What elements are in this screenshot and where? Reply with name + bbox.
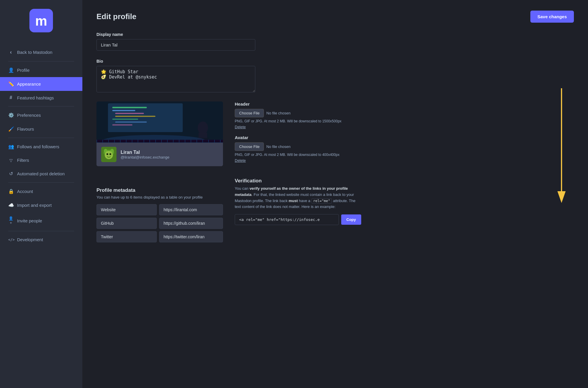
yellow-arrow-annotation [553, 88, 570, 207]
sidebar-item-auto-delete-label: Automated post deletion [17, 171, 65, 176]
svg-point-21 [105, 151, 113, 159]
avatar-image [101, 147, 116, 162]
sidebar-item-filters[interactable]: ▽ Filters [0, 154, 82, 167]
verify-bold-1: verify yourself as the owner of the link… [235, 186, 348, 197]
metadata-row-github [96, 218, 223, 229]
appearance-icon: ✏️ [8, 81, 14, 87]
display-name-input[interactable] [96, 39, 255, 51]
sidebar-item-back[interactable]: ‹ Back to Mastodon [0, 45, 82, 59]
bio-section: Bio 🌟 GitHub Star 🥑 DevRel at @snyksec [96, 59, 574, 93]
sidebar-nav: ‹ Back to Mastodon 👤 Profile ✏️ Appearan… [0, 45, 82, 246]
nav-divider-5 [8, 231, 74, 231]
sidebar-item-preferences-label: Preferences [17, 113, 41, 118]
avatar-delete-link[interactable]: Delete [235, 158, 246, 163]
auto-delete-icon: ↺ [8, 171, 14, 176]
verification-code-box: <a rel="me" href="https://infosec.e [235, 214, 339, 225]
header-choose-file-button[interactable]: Choose File [235, 109, 264, 117]
avatar-upload-section: Avatar Choose File No file chosen PNG, G… [235, 135, 361, 163]
profile-text: Liran Tal @lirantal@infosec.exchange [121, 150, 169, 159]
metadata-value-github[interactable] [159, 218, 223, 229]
back-icon: ‹ [8, 49, 14, 55]
sidebar-item-follows-followers-label: Follows and followers [17, 144, 59, 149]
preview-upload-section: Liran Tal @lirantal@infosec.exchange Hea… [96, 101, 361, 169]
sidebar-item-profile[interactable]: 👤 Profile [0, 63, 82, 77]
profile-display-name: Liran Tal [121, 150, 169, 155]
avatar-file-input-row: Choose File No file chosen [235, 142, 361, 151]
copy-button[interactable]: Copy [341, 214, 362, 225]
sidebar-item-import-export[interactable]: ☁️ Import and export [0, 198, 82, 212]
sidebar-item-appearance-label: Appearance [17, 81, 41, 86]
avatar-upload-label: Avatar [235, 135, 361, 140]
cloud-icon: ☁️ [8, 202, 14, 208]
header-no-file-text: No file chosen [266, 111, 290, 115]
svg-point-23 [109, 153, 111, 155]
header-upload-label: Header [235, 101, 361, 106]
profile-preview: Liran Tal @lirantal@infosec.exchange [96, 101, 223, 166]
svg-point-13 [198, 121, 208, 134]
svg-rect-10 [112, 119, 138, 120]
sidebar-item-preferences[interactable]: ⚙️ Preferences [0, 108, 82, 122]
code-icon: </> [8, 238, 14, 242]
header-upload-section: Header Choose File No file chosen PNG, G… [235, 101, 361, 129]
profile-handle: @lirantal@infosec.exchange [121, 155, 169, 159]
metadata-row-twitter [96, 231, 223, 242]
header-file-input-row: Choose File No file chosen [235, 109, 361, 117]
nav-divider-4 [8, 182, 74, 183]
sidebar-item-filters-label: Filters [17, 158, 29, 163]
sidebar-item-invite-people-label: Invite people [17, 218, 42, 223]
avatar-upload-hint: PNG, GIF or JPG. At most 2 MB. Will be d… [235, 153, 361, 157]
avatar-choose-file-button[interactable]: Choose File [235, 142, 264, 151]
svg-rect-11 [115, 121, 147, 123]
sidebar-item-appearance[interactable]: ✏️ Appearance [0, 77, 82, 91]
display-name-section: Display name [96, 32, 574, 51]
sidebar-item-back-label: Back to Mastodon [17, 50, 52, 55]
sidebar-item-featured-hashtags[interactable]: # Featured hashtags [0, 91, 82, 104]
verify-bold-2: must [289, 199, 298, 203]
profile-info-row: Liran Tal @lirantal@infosec.exchange [96, 143, 223, 166]
metadata-section-hint: You can have up to 6 items displayed as … [96, 195, 223, 199]
profile-header-image [96, 101, 223, 143]
header-image-mock [96, 101, 223, 143]
display-name-label: Display name [96, 32, 574, 37]
sidebar-item-development[interactable]: </> Development [0, 233, 82, 246]
sidebar-item-follows-followers[interactable]: 👥 Follows and followers [0, 140, 82, 154]
follows-icon: 👥 [8, 144, 14, 149]
sidebar-item-auto-delete[interactable]: ↺ Automated post deletion [0, 167, 82, 181]
nav-divider-3 [8, 138, 74, 138]
metadata-section: Profile metadata You can have up to 6 it… [96, 187, 223, 245]
flavours-icon: 🖌️ [8, 126, 14, 132]
metadata-label-website[interactable] [96, 204, 157, 215]
sidebar-item-invite-people[interactable]: 👤+ Invite people [0, 212, 82, 229]
save-changes-button[interactable]: Save changes [530, 11, 574, 23]
profile-preview-column: Liran Tal @lirantal@infosec.exchange [96, 101, 223, 169]
metadata-value-website[interactable] [159, 204, 223, 215]
sidebar-item-flavours[interactable]: 🖌️ Flavours [0, 122, 82, 136]
lock-icon: 🔒 [8, 189, 14, 194]
code-copy-row: <a rel="me" href="https://infosec.e Copy [235, 214, 361, 225]
header-delete-link[interactable]: Delete [235, 125, 246, 129]
nav-divider-1 [8, 61, 74, 61]
metadata-section-title: Profile metadata [96, 187, 223, 193]
gear-icon: ⚙️ [8, 112, 14, 118]
metadata-label-github[interactable] [96, 218, 157, 229]
sidebar-item-account[interactable]: 🔒 Account [0, 184, 82, 198]
header-upload-hint: PNG, GIF or JPG. At most 2 MB. Will be d… [235, 119, 361, 123]
metadata-value-twitter[interactable] [159, 231, 223, 242]
verification-description: You can verify yourself as the owner of … [235, 186, 361, 210]
bio-input[interactable]: 🌟 GitHub Star 🥑 DevRel at @snyksec [96, 66, 255, 92]
upload-controls-column: Header Choose File No file chosen PNG, G… [235, 101, 361, 169]
invite-icon: 👤+ [8, 216, 14, 225]
svg-rect-8 [115, 113, 144, 114]
bio-label: Bio [96, 59, 574, 64]
metadata-label-twitter[interactable] [96, 231, 157, 242]
svg-rect-12 [112, 124, 132, 126]
metadata-row-website [96, 204, 223, 215]
filter-icon: ▽ [8, 158, 14, 163]
sidebar-item-profile-label: Profile [17, 68, 30, 73]
main-content: Edit profile Save changes Display name B… [82, 0, 588, 388]
avatar-no-file-text: No file chosen [266, 144, 290, 149]
sidebar-item-account-label: Account [17, 189, 33, 194]
sidebar-item-development-label: Development [17, 237, 43, 242]
svg-rect-9 [115, 116, 156, 117]
svg-text:m: m [35, 13, 47, 29]
